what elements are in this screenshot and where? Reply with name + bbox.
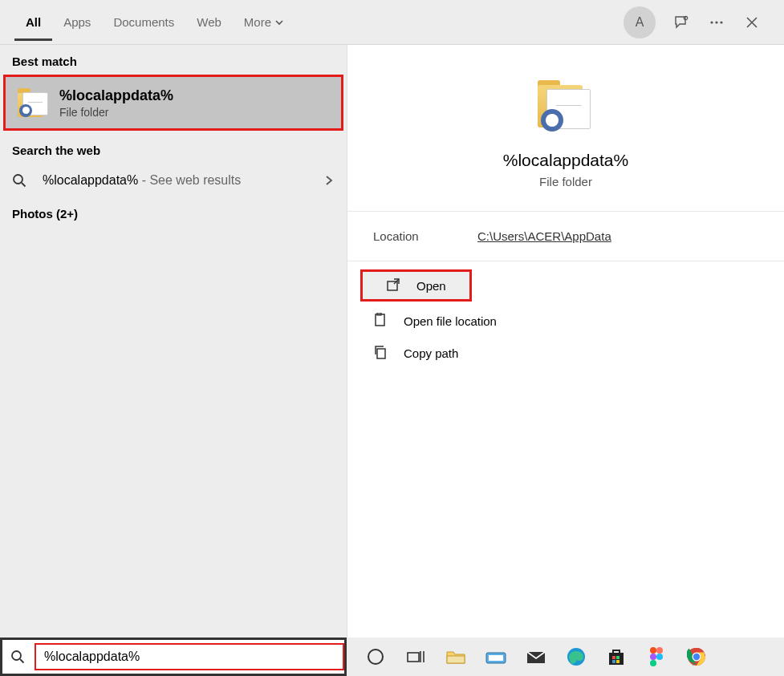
svg-rect-21 [616,660,619,663]
photos-header[interactable]: Photos (2+) [0,197,347,227]
tab-apps[interactable]: Apps [52,3,102,41]
best-match-subtitle: File folder [59,106,173,119]
svg-rect-18 [612,656,615,659]
preview-block: %localappdata% File folder [347,45,784,212]
file-location-icon [373,313,392,329]
web-result-query: %localappdata% [43,173,138,187]
cortana-icon[interactable] [363,644,388,670]
svg-rect-20 [612,660,615,663]
tab-more-label: More [244,15,271,29]
action-open-label: Open [416,279,446,293]
preview-subtitle: File folder [539,175,592,188]
search-input-highlight [35,643,344,670]
results-pane: Best match %localappdata% File folder Se… [0,45,347,638]
open-icon [386,277,405,293]
file-explorer-icon[interactable] [443,644,469,670]
svg-point-2 [715,21,717,23]
more-options-icon[interactable] [699,5,734,40]
svg-point-23 [656,647,663,654]
location-row: Location C:\Users\ACER\AppData [347,212,784,261]
copy-icon [373,345,392,361]
svg-point-4 [14,175,22,184]
best-match-result[interactable]: %localappdata% File folder [3,75,343,131]
folder-icon [538,79,594,135]
web-result[interactable]: %localappdata% - See web results [0,164,347,197]
action-open[interactable]: Open [360,269,472,302]
search-icon [10,650,25,664]
svg-point-1 [710,21,713,23]
svg-point-25 [656,654,663,660]
svg-point-22 [650,647,656,654]
figma-icon[interactable] [644,644,669,670]
action-copy-path[interactable]: Copy path [347,337,784,369]
svg-rect-6 [376,314,384,326]
location-path[interactable]: C:\Users\ACER\AppData [477,229,611,243]
location-label: Location [373,229,477,243]
chevron-right-icon [323,175,335,186]
svg-point-29 [693,654,700,660]
keyboard-icon[interactable] [483,644,509,670]
svg-rect-11 [408,653,419,662]
action-copy-path-label: Copy path [404,346,458,360]
web-result-suffix: - See web results [138,173,241,187]
chrome-icon[interactable] [684,644,709,670]
svg-rect-14 [489,655,503,661]
search-icon [12,173,31,188]
detail-pane: %localappdata% File folder Location C:\U… [347,45,784,638]
feedback-icon[interactable] [664,5,699,40]
svg-rect-12 [447,656,465,663]
folder-icon [18,87,50,119]
close-icon[interactable] [734,5,770,40]
task-view-icon[interactable] [403,644,429,670]
svg-point-10 [368,650,383,664]
search-web-header: Search the web [0,134,347,164]
store-icon[interactable] [603,644,629,670]
web-result-text: %localappdata% - See web results [43,173,323,188]
tab-all[interactable]: All [14,3,52,41]
svg-rect-19 [616,656,619,659]
svg-rect-8 [377,349,385,358]
best-match-header: Best match [0,45,347,75]
taskbar [347,638,784,676]
action-open-file-location[interactable]: Open file location [347,305,784,337]
tab-more[interactable]: More [233,3,295,41]
search-box[interactable] [0,638,347,676]
svg-point-24 [650,654,656,660]
svg-point-26 [650,660,656,666]
preview-title: %localappdata% [503,151,628,170]
search-filter-tabs: All Apps Documents Web More A [0,0,784,45]
account-avatar[interactable]: A [624,6,656,38]
tab-documents[interactable]: Documents [102,3,185,41]
svg-point-3 [720,21,722,23]
mail-icon[interactable] [523,644,549,670]
tab-web[interactable]: Web [185,3,233,41]
bottom-bar [0,638,784,676]
actions-list: Open Open file location Copy path [347,261,784,374]
svg-point-9 [12,651,21,660]
chevron-down-icon [274,18,284,27]
best-match-title: %localappdata% [59,87,173,104]
search-input[interactable] [44,650,338,664]
action-open-file-location-label: Open file location [404,314,497,328]
edge-icon[interactable] [563,644,589,670]
